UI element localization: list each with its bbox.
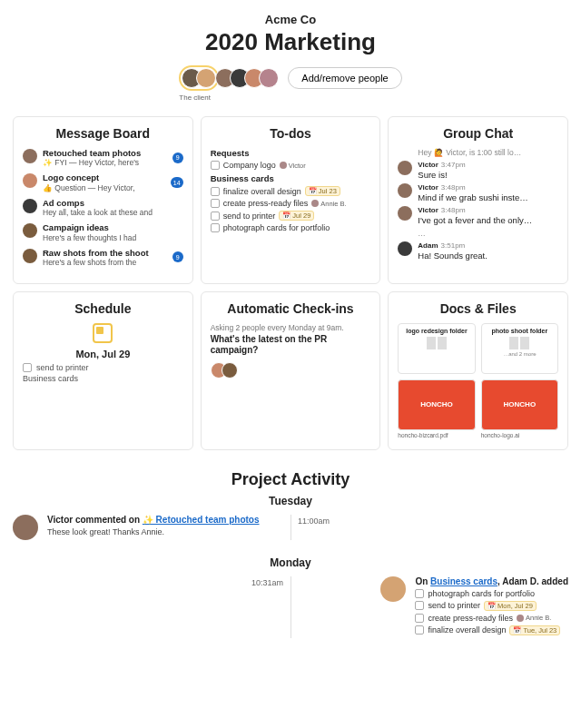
doc-item[interactable]: logo redesign folder: [398, 323, 475, 374]
docs-files-card[interactable]: Docs & Files logo redesign folderphoto s…: [388, 291, 568, 450]
message-item[interactable]: Ad compsHey all, take a look at these an…: [23, 198, 183, 217]
event-time: 11:00am: [298, 516, 330, 526]
checkbox[interactable]: [211, 187, 220, 196]
doc-item[interactable]: HONCHOhoncho-logo.ai: [481, 379, 558, 438]
avatar: [222, 362, 238, 379]
todos-card[interactable]: To-dos RequestsCompany logoVictorBusines…: [201, 116, 381, 284]
message-text: Retouched team photos✨ FYI — Hey Victor,…: [43, 148, 167, 167]
todo-item[interactable]: create press-ready filesAnnie B.: [211, 199, 371, 208]
todo-text: create press-ready files: [223, 199, 309, 208]
message-preview: Hey all, take a look at these and: [43, 208, 183, 217]
doc-caption: honcho-bizcard.pdf: [398, 432, 475, 438]
tools-grid: Message Board Retouched team photos✨ FYI…: [0, 98, 581, 459]
chat-text: Sure is!: [418, 170, 558, 180]
add-remove-people-button[interactable]: Add/remove people: [288, 67, 401, 89]
card-title: To-dos: [211, 126, 371, 141]
event-todo[interactable]: send to printer📅 Mon, Jul 29: [415, 601, 568, 611]
chat-text: Mind if we grab sushi inste…: [418, 192, 558, 202]
card-title: Automatic Check-ins: [211, 301, 371, 316]
todo-text: photograph cards for portfolio: [428, 589, 535, 598]
avatar: [398, 161, 412, 175]
checkin-avatars: [211, 362, 371, 379]
event-title: Victor commented on ✨ Retouched team pho…: [47, 515, 260, 525]
event-todo[interactable]: finalize overall design📅 Tue, Jul 23: [415, 625, 568, 635]
unread-badge: 9: [172, 251, 183, 262]
todo-item[interactable]: photograph cards for portfolio: [211, 223, 371, 232]
checkbox[interactable]: [415, 625, 424, 635]
chat-message: Victor3:48pmI've got a fever and the onl…: [398, 206, 558, 225]
schedule-item[interactable]: Business cards: [23, 374, 183, 383]
checkbox[interactable]: [211, 199, 220, 208]
card-title: Message Board: [23, 126, 183, 141]
message-item[interactable]: Retouched team photos✨ FYI — Hey Victor,…: [23, 148, 183, 167]
todo-item[interactable]: finalize overall design📅 Jul 23: [211, 186, 371, 196]
message-preview: ✨ FYI — Hey Victor, here's: [43, 158, 167, 167]
activity-event[interactable]: 11:00amVictor commented on ✨ Retouched t…: [13, 515, 568, 540]
due-date-pill: 📅 Tue, Jul 23: [509, 625, 560, 635]
checkbox[interactable]: [211, 212, 220, 221]
message-title: Raw shots from the shoot: [43, 248, 167, 258]
card-title: Group Chat: [398, 126, 558, 141]
schedule-item-text: send to printer: [36, 363, 89, 372]
todo-text: send to printer: [428, 601, 480, 610]
avatar: [23, 223, 37, 238]
client-avatar-group[interactable]: The client: [179, 65, 219, 91]
avatar[interactable]: [259, 68, 279, 88]
group-chat-card[interactable]: Group Chat Hey 🙋 Victor, is 1:00 still l…: [388, 116, 568, 284]
todo-list-name[interactable]: Business cards: [211, 173, 371, 183]
checkbox[interactable]: [23, 363, 32, 372]
checkbox[interactable]: [211, 223, 220, 232]
activity-heading: Project Activity: [0, 470, 581, 489]
checkin-schedule: Asking 2 people every Monday at 9am.: [211, 323, 371, 332]
event-link[interactable]: Business cards: [430, 576, 497, 586]
todo-list-name[interactable]: Requests: [211, 148, 371, 158]
avatar: [23, 249, 37, 263]
todo-text: photograph cards for portfolio: [223, 223, 330, 232]
message-title: Retouched team photos: [43, 148, 167, 158]
event-todo[interactable]: create press-ready filesAnnie B.: [415, 614, 568, 623]
timeline: 10:31amOn Business cards, Adam D. addedp…: [0, 576, 581, 638]
message-preview: Here's a few shots from the: [43, 258, 167, 267]
avatar: [398, 206, 412, 221]
schedule-card[interactable]: Schedule Mon, Jul 29 send to printerBusi…: [13, 291, 193, 450]
timeline: 11:00amVictor commented on ✨ Retouched t…: [0, 515, 581, 540]
chat-author: Victor: [418, 206, 438, 214]
checkbox[interactable]: [415, 614, 424, 623]
message-title: Ad comps: [43, 198, 183, 208]
chat-message: Adam3:51pmHa! Sounds great.: [398, 241, 558, 261]
chat-time: 3:48pm: [441, 183, 466, 192]
activity-event[interactable]: 10:31amOn Business cards, Adam D. addedp…: [13, 576, 568, 638]
event-link[interactable]: ✨ Retouched team photos: [143, 515, 260, 525]
assignee: Annie B.: [517, 614, 551, 622]
chat-text: Ha! Sounds great.: [418, 251, 558, 261]
event-todo[interactable]: photograph cards for portfolio: [415, 589, 568, 598]
checkbox[interactable]: [415, 589, 424, 598]
message-title: Logo concept: [43, 172, 165, 182]
due-date-pill: 📅 Mon, Jul 29: [484, 601, 537, 611]
todo-item[interactable]: Company logoVictor: [211, 161, 371, 170]
avatar: [23, 149, 37, 163]
chat-time: 3:48pm: [441, 206, 466, 214]
avatar: [196, 68, 216, 88]
doc-item[interactable]: HONCHOhoncho-bizcard.pdf: [398, 379, 475, 438]
message-item[interactable]: Campaign ideasHere's a few thoughts I ha…: [23, 222, 183, 241]
doc-thumb: logo redesign folder: [398, 323, 475, 374]
people-avatars[interactable]: The client: [179, 65, 279, 91]
chat-message: Victor3:47pmSure is!: [398, 161, 558, 180]
unread-badge: 14: [171, 177, 183, 188]
ellipsis: …: [398, 229, 558, 238]
avatar: [311, 200, 319, 207]
doc-item[interactable]: photo shoot folder…and 2 more: [481, 323, 558, 374]
schedule-item[interactable]: send to printer: [23, 363, 183, 372]
card-title: Schedule: [23, 301, 183, 316]
checkbox[interactable]: [211, 161, 220, 170]
message-item[interactable]: Raw shots from the shootHere's a few sho…: [23, 248, 183, 267]
message-board-card[interactable]: Message Board Retouched team photos✨ FYI…: [13, 116, 193, 284]
message-item[interactable]: Logo concept👍 Question — Hey Victor,14: [23, 172, 183, 192]
todo-item[interactable]: send to printer📅 Jul 29: [211, 211, 371, 221]
assignee: Annie B.: [311, 200, 346, 208]
checkbox[interactable]: [415, 601, 424, 610]
todo-text: create press-ready files: [428, 614, 513, 623]
avatar: [380, 576, 406, 602]
checkins-card[interactable]: Automatic Check-ins Asking 2 people ever…: [201, 291, 381, 450]
